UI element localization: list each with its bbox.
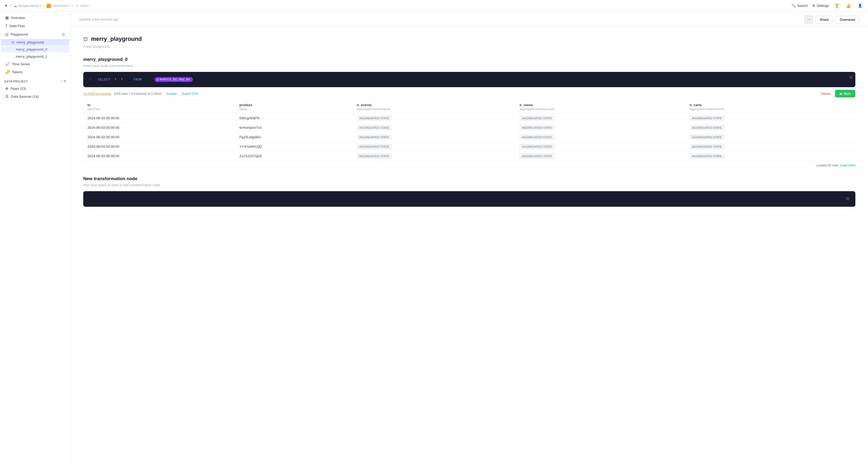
cloud-icon: ☁ (13, 4, 17, 8)
sidebar-item-merry-playground-1[interactable]: merry_playground_1 (1, 53, 69, 60)
col-header-product: product String (235, 100, 352, 113)
more-options-button[interactable]: ··· (805, 15, 813, 24)
data-project-add-icon[interactable]: ⊕ (63, 79, 66, 83)
cell-product-1: 6cHumpSxTvs (235, 123, 352, 132)
data-table: ts DateTime product String n_events Aggr… (83, 100, 855, 161)
branch-breadcrumb[interactable]: 🛡 main ▾ (75, 4, 90, 8)
code-star: * (115, 78, 117, 81)
nav-sep-2: / (72, 4, 73, 8)
kb-processed[interactable]: 14.34KB processed, (83, 92, 112, 96)
bell-icon: 🔔 (846, 4, 850, 8)
project-icon: 🟧 (46, 4, 51, 8)
explain-link[interactable]: Explain (166, 92, 177, 96)
table-header-row: ts DateTime product String n_events Aggr… (83, 100, 855, 113)
user-button[interactable]: 👤 (857, 2, 864, 9)
col-n-carts-label: n_carts (690, 103, 702, 107)
updated-label: Updated a few seconds ago (79, 18, 118, 21)
node-title: merry_playground_0 (83, 57, 855, 62)
loaded-rows-text: Loaded 20 rows · (816, 164, 840, 167)
share-button[interactable]: Share (815, 16, 833, 24)
sidebar-item-pipes[interactable]: ⊕ Pipes (23) (1, 85, 69, 92)
run-label: Run (844, 92, 850, 96)
branch-icon: 🛡 (75, 4, 79, 8)
region-breadcrumb[interactable]: ☁ europe-west3 ▾ (13, 4, 41, 8)
sidebar-item-overview[interactable]: ▦ Overview (1, 14, 69, 21)
nav-left: ✦ / ☁ europe-west3 ▾ / 🟧 commerce ▾ / 🛡 … (4, 3, 90, 9)
code-block[interactable]: 1 SELECT * * FROM ⊡ events_by_day_mv ⧉ (83, 72, 855, 87)
settings-nav-label: Settings (817, 4, 829, 8)
data-project-filter-icon[interactable]: ≡ (61, 79, 62, 83)
main-header-actions: ··· Share Download (805, 15, 860, 24)
settings-nav-button[interactable]: ⚙ Settings (812, 4, 829, 8)
trophy-button[interactable]: 🏆 (833, 2, 841, 9)
delete-button[interactable]: Delete (821, 92, 831, 96)
nav-sep-0: / (10, 4, 11, 8)
cell-n-views-1: AGGREGATED STATE (516, 123, 685, 132)
node-subtitle: Insert your node comments here... (83, 64, 855, 68)
run-button[interactable]: ▶ Run (835, 90, 855, 97)
new-node-title: New transformation node (83, 176, 855, 181)
top-nav: ✦ / ☁ europe-west3 ▾ / 🟧 commerce ▾ / 🛡 … (0, 0, 868, 11)
sidebar: ▦ Overview ⤴ Data Flow ⊡ Playground ⊕ ⊡ … (0, 11, 71, 464)
cell-n-carts-1: AGGREGATED STATE (685, 123, 855, 132)
playground-add-icon[interactable]: ⊕ (62, 32, 65, 37)
cell-n-views-3: AGGREGATED STATE (516, 142, 685, 152)
cell-product-0: 5d0cgAl5BTk (235, 113, 352, 123)
trophy-icon: 🏆 (835, 4, 839, 8)
cell-product-4: Zu7A1GCSjZE (235, 152, 352, 161)
tokens-icon: 🔑 (5, 70, 10, 74)
project-breadcrumb[interactable]: 🟧 commerce ▾ (46, 4, 70, 8)
table-pill-name: events_by_day_mv (160, 78, 190, 81)
logo-icon: ✦ (4, 3, 8, 9)
cell-n-carts-3: AGGREGATED STATE (685, 142, 855, 152)
table-body: 2024-06-03 00:00:00 5d0cgAl5BTk AGGREGAT… (83, 113, 855, 161)
sidebar-item-merry-playground-0[interactable]: merry_playground_0 (1, 46, 69, 53)
sidebar-item-data-sources[interactable]: ☰ Data Sources (14) (1, 93, 69, 100)
sidebar-item-merry-playground[interactable]: ⊡ merry_playground (1, 39, 69, 45)
sidebar-item-data-flow[interactable]: ⤴ Data Flow (1, 22, 69, 30)
sidebar-item-tokens[interactable]: 🔑 Tokens (1, 68, 69, 75)
node-section: merry_playground_0 Insert your node comm… (83, 57, 855, 170)
download-button[interactable]: Download (835, 16, 860, 24)
results-bar: 14.34KB processed, (163 rows × 6 columns… (83, 87, 855, 100)
new-node-section: New transformation node Run your query t… (83, 176, 855, 207)
page-title: merry_playground (91, 36, 142, 42)
code-copy-icon[interactable]: ⧉ (849, 75, 852, 80)
overview-icon: ▦ (5, 15, 9, 20)
load-more-link[interactable]: Load more (840, 164, 855, 167)
sidebar-item-time-series[interactable]: 📈 Time Series (1, 60, 69, 68)
cell-product-2: Fg15LdqpWrs (235, 132, 352, 142)
cell-n-events-0: AGGREGATED STATE (352, 113, 516, 123)
sidebar-tokens-label: Tokens (12, 70, 23, 74)
updated-text: Updated a few seconds ago (79, 18, 118, 21)
sidebar-data-flow-label: Data Flow (9, 24, 25, 28)
sidebar-item-playground[interactable]: ⊡ Playground ⊕ (1, 30, 69, 38)
sidebar-playground-label: Playground (10, 32, 28, 36)
dot-separator: · (164, 92, 164, 96)
logo-button[interactable]: ✦ (4, 3, 8, 9)
col-product-type: String (240, 107, 348, 110)
data-flow-icon: ⤴ (5, 24, 7, 28)
sidebar-merry-playground-1-label: merry_playground_1 (16, 55, 47, 59)
code-table-pill[interactable]: ⊡ events_by_day_mv (154, 77, 193, 82)
col-product-label: product (240, 103, 252, 107)
search-nav-button[interactable]: 🔍 Search (792, 4, 808, 8)
export-csv-link[interactable]: Export CSV (182, 92, 199, 96)
table-row: 2024-06-03 00:00:00 6cHumpSxTvs AGGREGAT… (83, 123, 855, 132)
cell-n-views-4: AGGREGATED STATE (516, 152, 685, 161)
data-sources-icon: ☰ (5, 94, 9, 98)
load-more-row: Loaded 20 rows · Load more (83, 161, 855, 170)
table-head: ts DateTime product String n_events Aggr… (83, 100, 855, 113)
new-node-code-block[interactable]: ⧉ (83, 191, 855, 207)
cell-n-events-3: AGGREGATED STATE (352, 142, 516, 152)
new-node-subtitle: Run your query to save a new transformat… (83, 183, 855, 187)
col-header-n-events: n_events AggregateFunction(count) (352, 100, 516, 113)
nav-right: 🔍 Search ⚙ Settings 🏆 🔔 👤 (792, 2, 864, 9)
cell-n-views-0: AGGREGATED STATE (516, 113, 685, 123)
new-node-copy-icon[interactable]: ⧉ (846, 196, 849, 201)
notifications-button[interactable]: 🔔 (845, 2, 852, 9)
col-header-ts: ts DateTime (83, 100, 235, 113)
cell-n-carts-4: AGGREGATED STATE (685, 152, 855, 161)
main-content: ⊡ merry_playground A test playground mer… (71, 27, 868, 215)
sidebar-time-series-label: Time Series (12, 62, 30, 66)
